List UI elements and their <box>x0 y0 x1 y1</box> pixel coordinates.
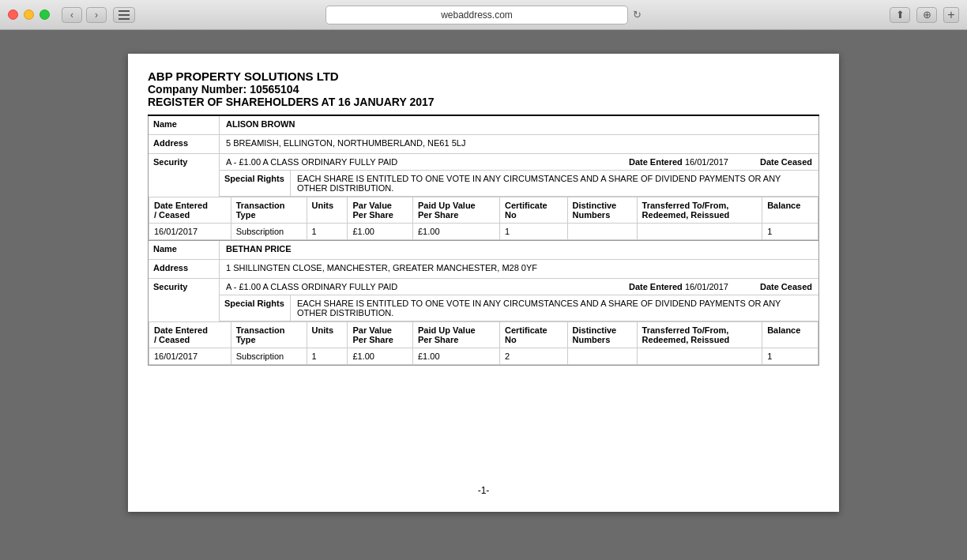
url-text: webaddress.com <box>441 9 513 21</box>
security-row: Security A - £1.00 A CLASS ORDINARY FULL… <box>149 279 818 322</box>
transactions-table: Date Entered / CeasedTransaction TypeUni… <box>149 197 818 240</box>
table-cell: 2 <box>499 348 567 365</box>
back-button[interactable]: ‹ <box>62 7 82 23</box>
company-name: ABP PROPERTY SOLUTIONS LTD <box>148 70 819 83</box>
table-header: Transferred To/From, Redeemed, Reissued <box>637 197 762 224</box>
table-cell: 1 <box>762 348 818 365</box>
table-cell: 1 <box>499 224 567 240</box>
table-cell: Subscription <box>231 224 307 240</box>
share-button[interactable]: ⬆ <box>890 7 910 23</box>
name-value: BETHAN PRICE <box>220 241 818 259</box>
table-cell: 1 <box>307 348 348 365</box>
table-header: Balance <box>762 322 818 348</box>
table-row: 16/01/2017Subscription1£1.00£1.0021 <box>149 348 818 365</box>
table-cell <box>637 348 762 365</box>
security-main: A - £1.00 A CLASS ORDINARY FULLY PAID Da… <box>220 154 818 171</box>
table-header: Units <box>307 197 348 224</box>
table-header: Transferred To/From, Redeemed, Reissued <box>637 322 762 348</box>
special-rights-text: EACH SHARE IS ENTITLED TO ONE VOTE IN AN… <box>291 171 818 196</box>
table-header: Transaction Type <box>231 197 307 224</box>
table-header: Certificate No <box>499 197 567 224</box>
special-rights-row: Special Rights EACH SHARE IS ENTITLED TO… <box>220 295 818 321</box>
special-rights-label: Special Rights <box>220 171 291 196</box>
table-header: Paid Up Value Per Share <box>412 322 499 348</box>
table-cell: 16/01/2017 <box>149 224 231 240</box>
transactions-table: Date Entered / CeasedTransaction TypeUni… <box>149 322 818 365</box>
table-cell: £1.00 <box>412 348 499 365</box>
name-value: ALISON BROWN <box>220 116 818 134</box>
table-cell <box>637 224 762 240</box>
titlebar: ‹ › webaddress.com ↻ ⬆ ⊕ + <box>0 0 967 30</box>
shareholder-block: Name BETHAN PRICE Address 1 SHILLINGTEN … <box>148 241 819 366</box>
table-header: Date Entered / Ceased <box>149 197 231 224</box>
minimize-button[interactable] <box>24 9 34 20</box>
table-cell: £1.00 <box>412 224 499 240</box>
browser-content: ABP PROPERTY SOLUTIONS LTD Company Numbe… <box>0 30 967 560</box>
table-header: Distinctive Numbers <box>567 197 637 224</box>
table-cell: £1.00 <box>348 224 413 240</box>
transactions-section: Date Entered / CeasedTransaction TypeUni… <box>149 322 818 365</box>
table-header: Par Value Per Share <box>348 197 413 224</box>
titlebar-right-buttons: ⬆ ⊕ + <box>890 7 959 23</box>
forward-button[interactable]: › <box>86 7 107 23</box>
address-label: Address <box>149 135 220 153</box>
svg-rect-0 <box>119 10 130 12</box>
date-ceased-label: Date Ceased <box>760 157 812 167</box>
address-label: Address <box>149 260 220 278</box>
reload-button[interactable]: ↻ <box>633 9 642 21</box>
special-rights-row: Special Rights EACH SHARE IS ENTITLED TO… <box>220 171 818 197</box>
table-row: 16/01/2017Subscription1£1.00£1.0011 <box>149 224 818 240</box>
document-page: ABP PROPERTY SOLUTIONS LTD Company Numbe… <box>128 54 839 512</box>
security-dates: Date Entered 16/01/2017 Date Ceased <box>629 282 812 291</box>
new-tab-button[interactable]: + <box>943 7 959 23</box>
shareholders-container: Name ALISON BROWN Address 5 BREAMISH, EL… <box>148 116 819 366</box>
svg-rect-2 <box>119 18 130 20</box>
date-entered-label: Date Entered 16/01/2017 <box>629 282 728 291</box>
url-bar[interactable]: webaddress.com <box>325 6 628 24</box>
nav-buttons: ‹ › <box>62 7 107 23</box>
traffic-lights <box>8 9 50 20</box>
url-bar-area: webaddress.com ↻ <box>325 6 642 24</box>
date-entered-label: Date Entered 16/01/2017 <box>629 157 728 167</box>
company-header: ABP PROPERTY SOLUTIONS LTD Company Numbe… <box>148 70 819 116</box>
table-cell <box>567 224 637 240</box>
table-header: Transaction Type <box>231 322 307 348</box>
table-header: Units <box>307 322 348 348</box>
fullscreen-button[interactable]: ⊕ <box>916 7 937 23</box>
name-row: Name ALISON BROWN <box>149 116 818 135</box>
company-number-label: Company Number: <box>148 83 246 96</box>
security-main: A - £1.00 A CLASS ORDINARY FULLY PAID Da… <box>220 279 818 295</box>
table-cell: £1.00 <box>348 348 413 365</box>
table-cell: 1 <box>307 224 348 240</box>
register-title: REGISTER OF SHAREHOLDERS AT 16 JANUARY 2… <box>148 96 819 108</box>
security-label: Security <box>149 279 220 321</box>
company-number-value: 10565104 <box>250 83 299 96</box>
table-cell <box>567 348 637 365</box>
security-description: A - £1.00 A CLASS ORDINARY FULLY PAID <box>226 157 629 167</box>
maximize-button[interactable] <box>40 9 50 20</box>
sidebar-toggle-button[interactable] <box>113 7 135 23</box>
security-label: Security <box>149 154 220 197</box>
table-header: Paid Up Value Per Share <box>412 197 499 224</box>
address-row: Address 5 BREAMISH, ELLINGTON, NORTHUMBE… <box>149 135 818 154</box>
security-description: A - £1.00 A CLASS ORDINARY FULLY PAID <box>226 282 629 291</box>
address-row: Address 1 SHILLINGTEN CLOSE, MANCHESTER,… <box>149 260 818 279</box>
table-cell: 1 <box>762 224 818 240</box>
table-header: Balance <box>762 197 818 224</box>
svg-rect-1 <box>119 14 130 16</box>
security-content: A - £1.00 A CLASS ORDINARY FULLY PAID Da… <box>220 279 818 321</box>
table-header: Date Entered / Ceased <box>149 322 231 348</box>
page-number: -1- <box>478 485 490 496</box>
table-header: Par Value Per Share <box>348 322 413 348</box>
close-button[interactable] <box>8 9 18 20</box>
special-rights-text: EACH SHARE IS ENTITLED TO ONE VOTE IN AN… <box>291 295 818 321</box>
special-rights-label: Special Rights <box>220 295 291 321</box>
name-label: Name <box>149 241 220 259</box>
name-row: Name BETHAN PRICE <box>149 241 818 260</box>
security-row: Security A - £1.00 A CLASS ORDINARY FULL… <box>149 154 818 197</box>
table-cell: 16/01/2017 <box>149 348 231 365</box>
security-dates: Date Entered 16/01/2017 Date Ceased <box>629 157 812 167</box>
table-cell: Subscription <box>231 348 307 365</box>
table-header: Distinctive Numbers <box>567 322 637 348</box>
address-value: 1 SHILLINGTEN CLOSE, MANCHESTER, GREATER… <box>220 260 818 278</box>
